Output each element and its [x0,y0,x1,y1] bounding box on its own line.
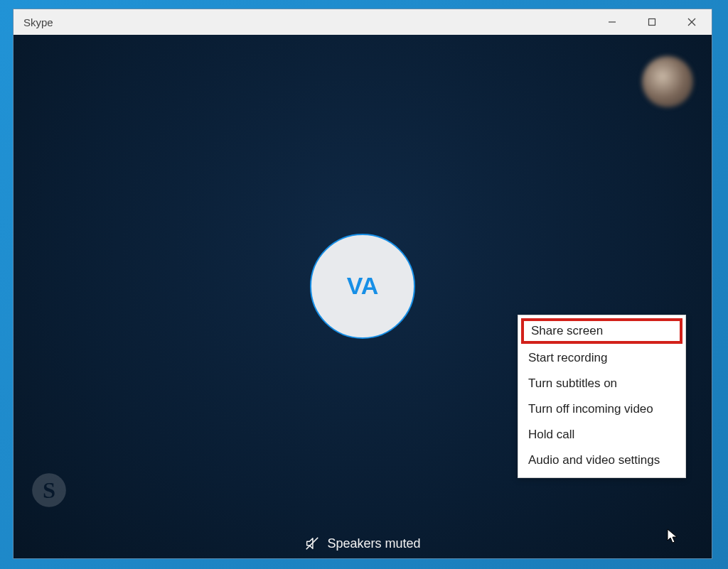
contact-initials: VA [347,272,379,300]
menu-item-start-recording[interactable]: Start recording [518,345,685,371]
status-bar: Speakers muted [14,536,712,551]
svg-rect-1 [649,19,655,26]
status-text: Speakers muted [327,536,420,551]
svg-text:S: S [43,477,55,503]
menu-item-audio-video-settings[interactable]: Audio and video settings [518,448,685,473]
contact-avatar: VA [310,234,415,339]
call-area: VA S Speakers muted Share screen Start r… [14,35,712,558]
maximize-icon [648,18,656,26]
window-title: Skype [23,16,53,28]
more-options-menu: Share screen Start recording Turn subtit… [518,315,686,478]
menu-item-turn-off-incoming-video[interactable]: Turn off incoming video [518,396,685,422]
skype-logo-watermark: S [31,472,68,509]
menu-item-share-screen[interactable]: Share screen [521,318,682,344]
window-controls [592,9,712,35]
maximize-button[interactable] [632,9,672,35]
titlebar: Skype [14,9,712,35]
speaker-muted-icon [304,536,320,551]
skype-icon: S [31,472,68,509]
minimize-icon [608,18,616,26]
menu-item-hold-call[interactable]: Hold call [518,422,685,448]
close-button[interactable] [672,9,712,35]
menu-item-turn-subtitles-on[interactable]: Turn subtitles on [518,371,685,396]
app-window: Skype VA S [13,9,712,559]
minimize-button[interactable] [592,9,632,35]
self-video-thumbnail[interactable] [642,56,693,107]
close-icon [687,18,696,26]
